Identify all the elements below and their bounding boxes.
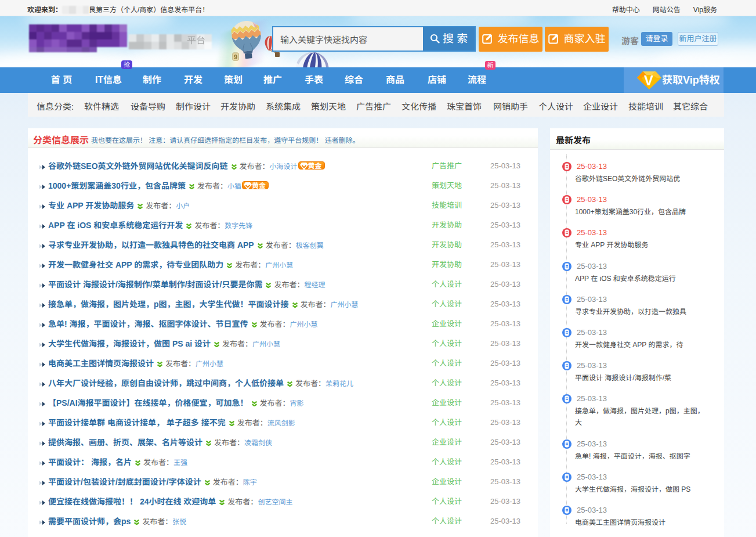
svg-text:9: 9 [234, 53, 237, 60]
svg-text:V: V [644, 73, 653, 88]
svg-text:平台: 平台 [187, 33, 205, 46]
